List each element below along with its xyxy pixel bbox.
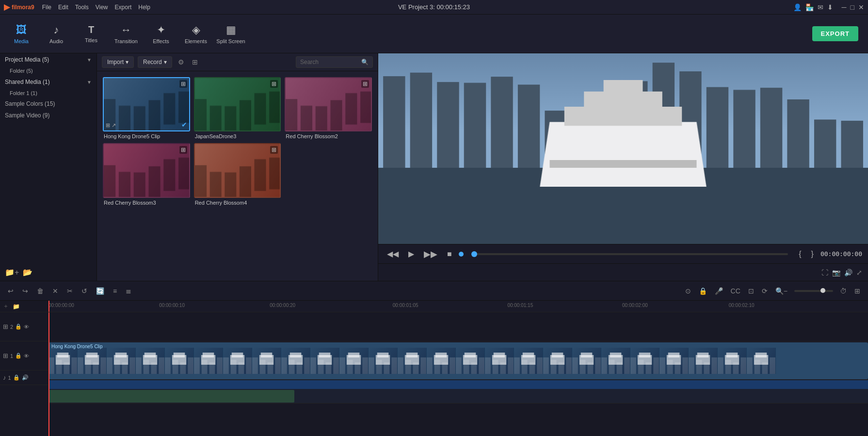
mic-btn[interactable]: 🎤 (712, 286, 726, 296)
full-screen-src-btn[interactable]: ⛶ (821, 269, 828, 276)
media-item[interactable]: ⊞ Red Cherry Blossom2 (285, 77, 372, 139)
toolbar-audio-btn[interactable]: ♪ Audio (39, 17, 74, 51)
media-name: JapanSeaDrone3 (194, 133, 281, 139)
fast-forward-button[interactable]: ▶▶ (421, 248, 440, 260)
record-dot[interactable] (459, 252, 464, 257)
minimize-btn[interactable]: ─ (842, 3, 847, 11)
crop-button[interactable]: ✂ (64, 286, 76, 296)
mark-in-button[interactable]: { (796, 249, 804, 259)
snapshot-btn[interactable]: 📷 (832, 269, 840, 276)
overlay-icons: ⊞ ↗ (106, 122, 116, 129)
timeline-content: ＋ 📁 ⊞ 2 🔒 👁 ⊞ 1 🔒 👁 ♪ 1 🔒 � (0, 301, 868, 436)
audio-lock-icon[interactable]: 🔒 (13, 374, 20, 381)
mail-icon[interactable]: ✉ (818, 3, 823, 11)
media-item[interactable]: ⊞ JapanSeaDrone3 (194, 77, 281, 139)
menu-help[interactable]: Help (138, 4, 150, 11)
track1-lock-icon[interactable]: 🔒 (15, 353, 22, 359)
toolbar-transition-btn[interactable]: ↔ Transition (109, 17, 144, 51)
sample-colors-item[interactable]: Sample Colors (15) (0, 98, 96, 110)
toolbar-effects-btn[interactable]: ✦ Effects (144, 17, 178, 51)
menu-export[interactable]: Export (115, 4, 132, 11)
mark-out-button[interactable]: } (808, 249, 817, 259)
split-btn[interactable]: ⊡ (745, 286, 757, 296)
media-item[interactable]: ⊞ Red Cherry Blossom3 (103, 143, 190, 205)
folder-icon[interactable]: 📂 (23, 268, 32, 277)
media-name: Red Cherry Blossom4 (194, 200, 281, 206)
zoom-slider[interactable] (794, 290, 833, 292)
import-button[interactable]: Import ▾ (102, 56, 134, 68)
add-track-btn[interactable]: ＋ (3, 302, 9, 310)
grid-btn[interactable]: ⊞ (852, 286, 863, 296)
add-track-btn2[interactable]: 📁 (13, 303, 20, 310)
track-row-1: Hong Kong Drone5 Clip (48, 341, 868, 380)
export-button[interactable]: EXPORT (812, 26, 858, 41)
zoom-out-btn[interactable]: 🔍− (772, 286, 790, 296)
zoom-handle[interactable] (820, 288, 825, 293)
media-thumbnail: ⊞ (103, 143, 190, 197)
toolbar-media-btn[interactable]: 🖼 Media (4, 17, 39, 51)
fit-screen-btn[interactable]: ⤢ (856, 269, 862, 276)
shared-media-section[interactable]: Shared Media (1) ▼ (0, 76, 96, 88)
stop-button[interactable]: ■ (444, 249, 455, 259)
menu-tools[interactable]: Tools (75, 4, 89, 11)
add-track-area: ＋ 📁 (0, 301, 48, 312)
track2-lock-icon[interactable]: 🔒 (15, 323, 22, 330)
settings-button[interactable]: ≣ (123, 286, 134, 296)
media-name: Red Cherry Blossom2 (285, 133, 372, 139)
magnet-btn[interactable]: 🔒 (696, 286, 710, 296)
sample-video-item[interactable]: Sample Video (9) (0, 110, 96, 121)
toolbar-splitscreen-btn[interactable]: ▦ Split Screen (213, 17, 248, 51)
media-item[interactable]: ⊞ Red Cherry Blossom4 (194, 143, 281, 205)
track1-eye-icon[interactable]: 👁 (24, 353, 29, 359)
video-clip[interactable]: Hong Kong Drone5 Clip (48, 342, 868, 379)
playhead[interactable] (48, 301, 49, 312)
track2-eye-icon[interactable]: 👁 (24, 324, 29, 330)
search-input[interactable] (300, 59, 358, 65)
preview-progress-handle[interactable] (471, 251, 477, 257)
store-icon[interactable]: 🏪 (805, 3, 814, 11)
time-display: 00:00:00:00 (820, 250, 862, 258)
remove-button[interactable]: ✕ (49, 286, 61, 296)
grid-view-icon[interactable]: ⊞ (190, 57, 200, 67)
rotate-button[interactable]: ↺ (79, 286, 90, 296)
project-media-section[interactable]: Project Media (5) ▼ (0, 53, 96, 66)
delete-button[interactable]: 🗑 (34, 286, 47, 296)
title-bar-menus: File Edit Tools View Export Help (42, 4, 150, 11)
properties-button[interactable]: ≡ (110, 286, 120, 296)
thumb-canvas (286, 78, 371, 130)
download-icon[interactable]: ⬇ (827, 3, 833, 11)
toolbar-elements-btn[interactable]: ◈ Elements (178, 17, 213, 51)
subtitle-btn[interactable]: CC (728, 286, 743, 296)
flip-button[interactable]: 🔄 (93, 286, 107, 296)
audio-eye-icon[interactable]: 🔊 (22, 374, 29, 381)
loop-btn[interactable]: ⟳ (759, 286, 771, 296)
title-bar-controls: 👤 🏪 ✉ ⬇ ─ □ ✕ (793, 3, 864, 11)
audio-icon: ♪ (54, 24, 59, 36)
search-icon[interactable]: 🔍 (361, 59, 369, 65)
play-button[interactable]: ▶ (405, 248, 417, 259)
snap-btn[interactable]: ⊙ (682, 286, 694, 296)
grid-thumb-icon: ⊞ (361, 80, 369, 88)
media-item[interactable]: ⊞ ✔ ⊞ ↗ Hong Kong Drone5 Clip (103, 77, 190, 139)
filter-icon[interactable]: ⚙ (176, 57, 186, 67)
menu-view[interactable]: View (96, 4, 108, 11)
undo-button[interactable]: ↩ (5, 286, 16, 296)
zoom-in-btn[interactable]: ⏱ (837, 286, 850, 296)
user-icon[interactable]: 👤 (793, 3, 802, 11)
add-folder-icon[interactable]: 📁+ (5, 268, 19, 277)
preview-progress-bar[interactable] (471, 253, 788, 255)
folder-5-item[interactable]: Folder (5) (0, 66, 96, 76)
audio-clip[interactable] (48, 390, 294, 403)
track-label-2: ⊞ 2 🔒 👁 (0, 312, 48, 341)
rewind-button[interactable]: ◀◀ (384, 248, 402, 259)
folder-1-item[interactable]: Folder 1 (1) (0, 88, 96, 98)
maximize-btn[interactable]: □ (851, 3, 854, 11)
redo-button[interactable]: ↪ (19, 286, 31, 296)
menu-file[interactable]: File (42, 4, 51, 11)
toolbar-titles-btn[interactable]: T Titles (74, 17, 109, 51)
grid-thumb-icon: ⊞ (270, 80, 278, 88)
close-btn[interactable]: ✕ (858, 3, 864, 11)
volume-btn[interactable]: 🔊 (844, 269, 852, 276)
record-button[interactable]: Record ▾ (138, 56, 172, 68)
menu-edit[interactable]: Edit (58, 4, 68, 11)
